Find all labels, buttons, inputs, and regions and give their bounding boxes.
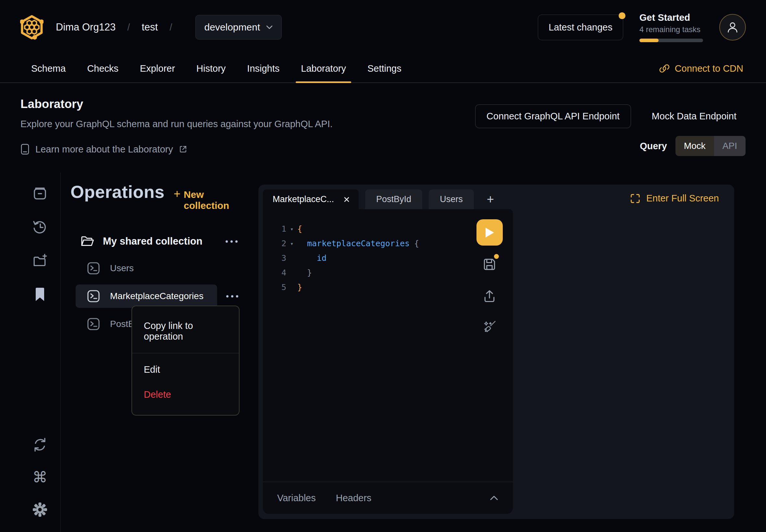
- operation-line: Users: [70, 257, 247, 280]
- close-icon[interactable]: [343, 196, 350, 203]
- new-collection-button[interactable]: + New collection: [174, 187, 247, 211]
- user-icon: [726, 21, 739, 34]
- editor-tab-label: PostById: [376, 194, 411, 204]
- code-line: 1 ▾ {: [263, 222, 513, 236]
- endpoint-controls: Connect GraphQL API Endpoint Mock Data E…: [475, 104, 746, 156]
- tab-history[interactable]: History: [191, 54, 231, 82]
- laboratory-sidebar: [31, 186, 48, 302]
- enter-fullscreen-button[interactable]: Enter Full Screen: [630, 193, 719, 204]
- editor-tabs: MarketplaceC... PostById Users +: [263, 189, 501, 209]
- editor-tab-label: MarketplaceC...: [273, 194, 334, 204]
- target-selector[interactable]: development: [195, 15, 282, 40]
- prettify-icon[interactable]: [482, 320, 497, 334]
- line-number: 3: [267, 253, 286, 263]
- mock-api-toggle: Mock API: [675, 136, 746, 156]
- new-tab-button[interactable]: +: [480, 189, 501, 209]
- query-editor-panel: MarketplaceC... PostById Users +: [258, 185, 734, 519]
- chevron-down-icon: [266, 25, 273, 30]
- tab-laboratory[interactable]: Laboratory: [296, 54, 351, 82]
- book-icon: [20, 144, 30, 155]
- tab-variables[interactable]: Variables: [277, 493, 316, 503]
- play-icon: [485, 227, 495, 238]
- operation-icon: [87, 317, 100, 331]
- fold-arrow-icon[interactable]: ▾: [286, 240, 297, 247]
- sidebar-divider: [60, 173, 61, 532]
- laboratory-page: Dima Org123 / test / development Latest …: [0, 0, 766, 532]
- operations-title: Operations: [70, 182, 164, 202]
- user-avatar[interactable]: [719, 14, 746, 41]
- enter-fullscreen-label: Enter Full Screen: [646, 193, 719, 204]
- menu-item-edit[interactable]: Edit: [132, 360, 239, 380]
- breadcrumb-project[interactable]: test: [141, 21, 158, 33]
- editor-tab-label: Users: [440, 194, 463, 204]
- code-token: }: [307, 268, 312, 277]
- latest-changes-label: Latest changes: [549, 22, 613, 32]
- tab-checks[interactable]: Checks: [82, 54, 124, 82]
- operation-context-menu: Copy link to operation Edit Delete: [131, 306, 239, 416]
- command-shortcuts-icon[interactable]: ⌘: [32, 470, 47, 485]
- breadcrumb-org[interactable]: Dima Org123: [56, 21, 115, 33]
- code-token: {: [414, 239, 419, 248]
- new-collection-folder-icon[interactable]: [32, 253, 47, 268]
- target-selector-value: development: [204, 22, 260, 33]
- line-number: 2: [267, 239, 286, 248]
- fold-arrow-icon[interactable]: ▾: [286, 226, 297, 232]
- connect-to-cdn-label: Connect to CDN: [675, 63, 743, 74]
- operation-menu-button[interactable]: [224, 293, 240, 299]
- operation-line: MarketplaceCategories: [70, 284, 247, 308]
- run-query-button[interactable]: [477, 219, 503, 246]
- code-line: 4 }: [263, 265, 513, 280]
- collection-my-shared[interactable]: My shared collection: [70, 231, 247, 252]
- operations-archive-icon[interactable]: [32, 186, 47, 201]
- connect-graphql-endpoint-button[interactable]: Connect GraphQL API Endpoint: [475, 104, 631, 128]
- line-number: 5: [267, 283, 286, 292]
- query-label: Query: [640, 141, 667, 151]
- operation-marketplace-categories[interactable]: MarketplaceCategories: [76, 284, 217, 308]
- tab-schema[interactable]: Schema: [26, 54, 71, 82]
- line-number: 1: [267, 224, 286, 234]
- refresh-icon[interactable]: [32, 437, 47, 452]
- tab-insights[interactable]: Insights: [242, 54, 285, 82]
- connect-to-cdn-link[interactable]: Connect to CDN: [659, 63, 743, 74]
- query-code-editor[interactable]: 1 ▾ { 2 ▾ marketplaceCategories { 3 id 4: [263, 209, 513, 482]
- chevron-up-icon[interactable]: [490, 495, 499, 501]
- share-operation-button[interactable]: [482, 289, 497, 303]
- menu-item-copy-link[interactable]: Copy link to operation: [132, 316, 239, 346]
- gear-icon[interactable]: [32, 502, 47, 517]
- top-bar: Dima Org123 / test / development Latest …: [0, 0, 766, 54]
- notification-dot: [619, 12, 626, 19]
- query-toggle-row: Query Mock API: [640, 136, 746, 156]
- save-operation-button[interactable]: [482, 257, 497, 272]
- page-subtitle: Explore your GraphQL schema and run quer…: [20, 119, 333, 129]
- code-lines: 1 ▾ { 2 ▾ marketplaceCategories { 3 id 4: [263, 209, 513, 295]
- code-line: 2 ▾ marketplaceCategories {: [263, 236, 513, 251]
- get-started-subtitle: 4 remaining tasks: [639, 25, 703, 34]
- editor-tab-marketplace[interactable]: MarketplaceC...: [263, 189, 359, 209]
- get-started-widget[interactable]: Get Started 4 remaining tasks: [639, 12, 703, 42]
- toggle-option-mock[interactable]: Mock: [675, 136, 714, 156]
- mock-data-endpoint-label[interactable]: Mock Data Endpoint: [652, 111, 736, 122]
- history-icon[interactable]: [32, 220, 47, 235]
- menu-divider: [132, 353, 239, 353]
- operation-icon: [87, 289, 100, 303]
- menu-item-delete[interactable]: Delete: [132, 385, 239, 405]
- editor-tab-users[interactable]: Users: [429, 189, 474, 209]
- tab-settings[interactable]: Settings: [362, 54, 407, 82]
- plus-icon: +: [174, 187, 180, 201]
- operations-header: Operations + New collection: [70, 182, 247, 211]
- bookmark-icon[interactable]: [33, 287, 46, 302]
- hive-logo-icon[interactable]: [20, 14, 43, 40]
- line-number: 4: [267, 268, 286, 277]
- endpoint-row: Connect GraphQL API Endpoint Mock Data E…: [475, 104, 746, 128]
- operation-users[interactable]: Users: [76, 257, 217, 280]
- tab-headers[interactable]: Headers: [336, 493, 371, 503]
- get-started-progress-fill: [639, 39, 659, 42]
- tab-explorer[interactable]: Explorer: [135, 54, 180, 82]
- editor-tab-postbyid[interactable]: PostById: [365, 189, 422, 209]
- collection-name: My shared collection: [103, 236, 202, 247]
- toggle-option-api[interactable]: API: [714, 136, 746, 156]
- learn-more-link[interactable]: Learn more about the Laboratory: [20, 144, 333, 155]
- laboratory-sidebar-bottom: ⌘: [31, 437, 48, 517]
- collection-menu-button[interactable]: [224, 238, 239, 245]
- latest-changes-button[interactable]: Latest changes: [538, 15, 623, 40]
